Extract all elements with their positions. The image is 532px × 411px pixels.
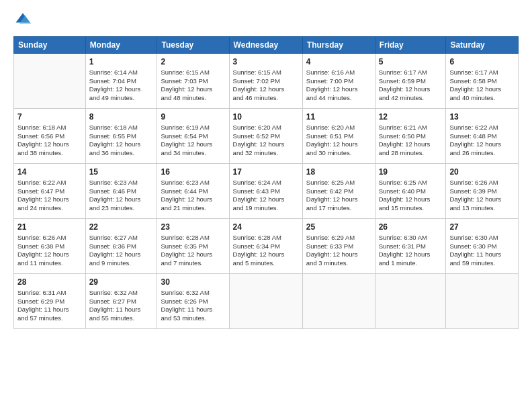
day-number: 27 (449, 222, 515, 233)
calendar-cell: 10Sunrise: 6:20 AM Sunset: 6:52 PM Dayli… (229, 109, 302, 164)
calendar-cell: 25Sunrise: 6:29 AM Sunset: 6:33 PM Dayli… (302, 219, 375, 274)
calendar-week-3: 14Sunrise: 6:22 AM Sunset: 6:47 PM Dayli… (14, 164, 519, 219)
calendar-cell: 21Sunrise: 6:26 AM Sunset: 6:38 PM Dayli… (14, 219, 86, 274)
calendar-cell: 11Sunrise: 6:20 AM Sunset: 6:51 PM Dayli… (302, 109, 375, 164)
calendar-cell: 6Sunrise: 6:17 AM Sunset: 6:58 PM Daylig… (446, 54, 519, 109)
day-info: Sunrise: 6:14 AM Sunset: 7:04 PM Dayligh… (89, 68, 154, 103)
day-number: 8 (89, 111, 154, 123)
calendar-cell: 13Sunrise: 6:22 AM Sunset: 6:48 PM Dayli… (446, 109, 519, 164)
day-number: 12 (379, 111, 443, 123)
day-number: 16 (161, 167, 225, 178)
col-header-saturday: Saturday (446, 37, 519, 54)
calendar-cell: 12Sunrise: 6:21 AM Sunset: 6:50 PM Dayli… (375, 109, 446, 164)
page: SundayMondayTuesdayWednesdayThursdayFrid… (0, 0, 532, 411)
calendar-cell: 19Sunrise: 6:25 AM Sunset: 6:40 PM Dayli… (375, 164, 446, 219)
calendar-cell: 23Sunrise: 6:28 AM Sunset: 6:35 PM Dayli… (157, 219, 229, 274)
calendar-cell (375, 274, 446, 329)
col-header-tuesday: Tuesday (157, 37, 229, 54)
day-number: 9 (161, 111, 225, 123)
day-number: 5 (379, 56, 443, 68)
calendar-cell: 2Sunrise: 6:15 AM Sunset: 7:03 PM Daylig… (157, 54, 229, 109)
calendar-cell (229, 274, 302, 329)
calendar-cell: 5Sunrise: 6:17 AM Sunset: 6:59 PM Daylig… (375, 54, 446, 109)
day-number: 28 (17, 277, 82, 288)
day-number: 21 (17, 222, 82, 233)
day-info: Sunrise: 6:22 AM Sunset: 6:47 PM Dayligh… (17, 179, 82, 213)
calendar-cell: 14Sunrise: 6:22 AM Sunset: 6:47 PM Dayli… (14, 164, 86, 219)
day-info: Sunrise: 6:19 AM Sunset: 6:54 PM Dayligh… (161, 124, 225, 158)
day-info: Sunrise: 6:15 AM Sunset: 7:02 PM Dayligh… (233, 68, 299, 103)
day-number: 11 (306, 111, 371, 123)
calendar-week-5: 28Sunrise: 6:31 AM Sunset: 6:29 PM Dayli… (14, 274, 519, 329)
calendar-week-2: 7Sunrise: 6:18 AM Sunset: 6:56 PM Daylig… (14, 109, 519, 164)
day-info: Sunrise: 6:18 AM Sunset: 6:55 PM Dayligh… (89, 124, 154, 158)
day-info: Sunrise: 6:27 AM Sunset: 6:36 PM Dayligh… (89, 234, 154, 268)
calendar-cell (302, 274, 375, 329)
day-number: 18 (306, 167, 371, 178)
calendar-cell: 16Sunrise: 6:23 AM Sunset: 6:44 PM Dayli… (157, 164, 229, 219)
col-header-wednesday: Wednesday (229, 37, 302, 54)
day-number: 19 (379, 167, 443, 178)
day-number: 14 (17, 167, 82, 178)
day-info: Sunrise: 6:31 AM Sunset: 6:29 PM Dayligh… (17, 289, 82, 323)
calendar-cell: 1Sunrise: 6:14 AM Sunset: 7:04 PM Daylig… (85, 54, 157, 109)
day-info: Sunrise: 6:28 AM Sunset: 6:35 PM Dayligh… (161, 234, 225, 268)
calendar-cell: 18Sunrise: 6:25 AM Sunset: 6:42 PM Dayli… (302, 164, 375, 219)
day-number: 22 (89, 222, 154, 233)
calendar-cell: 29Sunrise: 6:32 AM Sunset: 6:27 PM Dayli… (85, 274, 157, 329)
day-info: Sunrise: 6:20 AM Sunset: 6:52 PM Dayligh… (233, 124, 299, 158)
calendar-cell: 15Sunrise: 6:23 AM Sunset: 6:46 PM Dayli… (85, 164, 157, 219)
day-info: Sunrise: 6:28 AM Sunset: 6:34 PM Dayligh… (233, 234, 299, 268)
day-info: Sunrise: 6:20 AM Sunset: 6:51 PM Dayligh… (306, 124, 371, 158)
calendar-cell: 27Sunrise: 6:30 AM Sunset: 6:30 PM Dayli… (446, 219, 519, 274)
col-header-thursday: Thursday (302, 37, 375, 54)
day-number: 1 (89, 56, 154, 68)
day-info: Sunrise: 6:26 AM Sunset: 6:39 PM Dayligh… (449, 179, 515, 213)
calendar-cell: 28Sunrise: 6:31 AM Sunset: 6:29 PM Dayli… (14, 274, 86, 329)
day-number: 10 (233, 111, 299, 123)
col-header-monday: Monday (85, 37, 157, 54)
day-number: 15 (89, 167, 154, 178)
day-info: Sunrise: 6:32 AM Sunset: 6:27 PM Dayligh… (89, 289, 154, 323)
day-info: Sunrise: 6:15 AM Sunset: 7:03 PM Dayligh… (161, 68, 225, 103)
day-info: Sunrise: 6:17 AM Sunset: 6:58 PM Dayligh… (449, 68, 515, 103)
calendar-cell: 8Sunrise: 6:18 AM Sunset: 6:55 PM Daylig… (85, 109, 157, 164)
day-number: 7 (17, 111, 82, 123)
day-number: 4 (306, 56, 371, 68)
calendar-week-4: 21Sunrise: 6:26 AM Sunset: 6:38 PM Dayli… (14, 219, 519, 274)
day-info: Sunrise: 6:22 AM Sunset: 6:48 PM Dayligh… (449, 124, 515, 158)
day-number: 20 (449, 167, 515, 178)
day-info: Sunrise: 6:25 AM Sunset: 6:42 PM Dayligh… (306, 179, 371, 213)
day-number: 30 (161, 277, 225, 288)
calendar-cell (14, 54, 86, 109)
calendar-cell (446, 274, 519, 329)
day-number: 3 (233, 56, 299, 68)
header (13, 11, 519, 30)
logo (13, 11, 35, 30)
calendar-header-row: SundayMondayTuesdayWednesdayThursdayFrid… (14, 37, 519, 54)
calendar-cell: 9Sunrise: 6:19 AM Sunset: 6:54 PM Daylig… (157, 109, 229, 164)
calendar-cell: 20Sunrise: 6:26 AM Sunset: 6:39 PM Dayli… (446, 164, 519, 219)
day-info: Sunrise: 6:29 AM Sunset: 6:33 PM Dayligh… (306, 234, 371, 268)
calendar-cell: 3Sunrise: 6:15 AM Sunset: 7:02 PM Daylig… (229, 54, 302, 109)
day-info: Sunrise: 6:25 AM Sunset: 6:40 PM Dayligh… (379, 179, 443, 213)
day-number: 26 (379, 222, 443, 233)
calendar-cell: 7Sunrise: 6:18 AM Sunset: 6:56 PM Daylig… (14, 109, 86, 164)
day-info: Sunrise: 6:32 AM Sunset: 6:26 PM Dayligh… (161, 289, 225, 323)
calendar-cell: 30Sunrise: 6:32 AM Sunset: 6:26 PM Dayli… (157, 274, 229, 329)
calendar-cell: 4Sunrise: 6:16 AM Sunset: 7:00 PM Daylig… (302, 54, 375, 109)
day-number: 29 (89, 277, 154, 288)
day-info: Sunrise: 6:26 AM Sunset: 6:38 PM Dayligh… (17, 234, 82, 268)
calendar-week-1: 1Sunrise: 6:14 AM Sunset: 7:04 PM Daylig… (14, 54, 519, 109)
day-info: Sunrise: 6:23 AM Sunset: 6:46 PM Dayligh… (89, 179, 154, 213)
calendar-cell: 22Sunrise: 6:27 AM Sunset: 6:36 PM Dayli… (85, 219, 157, 274)
day-info: Sunrise: 6:16 AM Sunset: 7:00 PM Dayligh… (306, 68, 371, 103)
calendar-cell: 26Sunrise: 6:30 AM Sunset: 6:31 PM Dayli… (375, 219, 446, 274)
calendar-cell: 24Sunrise: 6:28 AM Sunset: 6:34 PM Dayli… (229, 219, 302, 274)
day-info: Sunrise: 6:30 AM Sunset: 6:31 PM Dayligh… (379, 234, 443, 268)
day-info: Sunrise: 6:30 AM Sunset: 6:30 PM Dayligh… (449, 234, 515, 268)
calendar-cell: 17Sunrise: 6:24 AM Sunset: 6:43 PM Dayli… (229, 164, 302, 219)
day-number: 2 (161, 56, 225, 68)
day-info: Sunrise: 6:17 AM Sunset: 6:59 PM Dayligh… (379, 68, 443, 103)
day-number: 17 (233, 167, 299, 178)
